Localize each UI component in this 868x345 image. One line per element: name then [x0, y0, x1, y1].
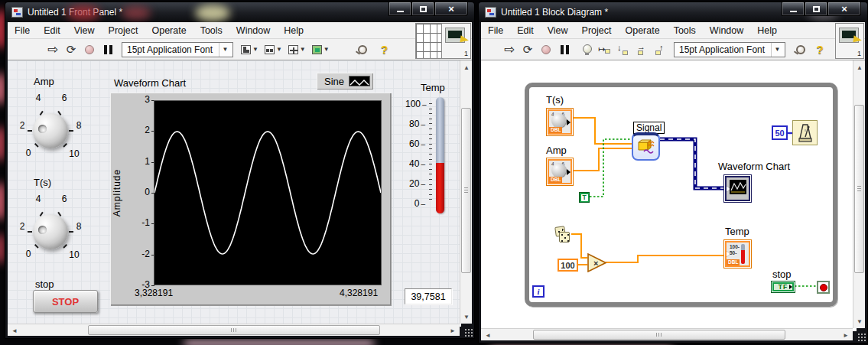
vi-icon[interactable]: 1 — [835, 23, 864, 59]
menu-project[interactable]: Project — [575, 22, 619, 39]
stop-terminal[interactable]: TF — [771, 281, 795, 293]
run-continuously-button[interactable]: ⟳ — [519, 41, 536, 58]
iteration-terminal[interactable]: i — [532, 285, 545, 298]
amp-terminal[interactable]: 4 6 DBL — [546, 158, 574, 186]
menu-project[interactable]: Project — [102, 22, 145, 39]
menu-edit[interactable]: Edit — [37, 22, 67, 39]
vi-icon[interactable]: 1 — [442, 23, 471, 59]
block-diagram-horizontal-scrollbar[interactable]: ◄ ► — [481, 328, 853, 340]
menu-tools[interactable]: Tools — [193, 22, 229, 39]
block-diagram-canvas[interactable]: T(s) 4 6 DBL Amp 4 6 DBL Signal — [481, 60, 857, 331]
minimize-icon — [790, 11, 797, 12]
step-into-button[interactable]: ↓ — [615, 41, 632, 58]
menu-view[interactable]: View — [67, 22, 102, 39]
chevron-down-icon: ▼ — [276, 46, 282, 53]
hundred-constant[interactable]: 100 — [558, 259, 578, 272]
align-objects-button[interactable]: ▼ — [238, 41, 262, 58]
pause-button[interactable] — [556, 41, 573, 58]
scroll-up-arrow[interactable]: ▲ — [854, 62, 865, 73]
signal-express-vi[interactable] — [632, 132, 660, 161]
chart-legend[interactable]: Sine — [317, 73, 373, 90]
front-panel-titlebar[interactable]: Untitled 1 Front Panel * × — [5, 2, 474, 22]
amp-terminal-body: 4 6 DBL — [548, 159, 572, 184]
front-panel-window: Untitled 1 Front Panel * × File Edit Vie… — [5, 2, 475, 339]
scroll-up-arrow[interactable]: ▲ — [461, 62, 472, 73]
block-diagram-vertical-scrollbar[interactable]: ▲ ▼ — [853, 60, 865, 328]
resize-objects-button[interactable]: ▼ — [285, 41, 309, 58]
waveform-chart[interactable]: Amplitude 3210-1-2-3 3,328191 4,328191 — [110, 93, 391, 305]
menu-view[interactable]: View — [541, 22, 575, 39]
menu-window[interactable]: Window — [703, 22, 750, 39]
resize-grip[interactable] — [857, 333, 866, 342]
distribute-objects-button[interactable]: ▼ — [262, 41, 285, 58]
ts-terminal[interactable]: 4 6 DBL — [546, 108, 574, 136]
front-panel-horizontal-scrollbar[interactable]: ◄ ► — [8, 324, 460, 336]
highlight-execution-button[interactable] — [578, 41, 595, 58]
scroll-down-arrow[interactable]: ▼ — [854, 316, 865, 327]
retain-wire-values-button[interactable]: ↦ — [597, 41, 613, 58]
wait-until-next-ms-multiple[interactable] — [792, 120, 818, 145]
mini-thermo-scale: 100- 50- — [730, 244, 740, 256]
menu-operate[interactable]: Operate — [618, 22, 666, 39]
context-help-button[interactable]: ? — [376, 41, 393, 58]
run-continuously-button[interactable]: ⟳ — [63, 41, 80, 58]
front-panel-canvas[interactable]: Amp 0246810 T(s) 0246810 Waveform Chart … — [8, 60, 461, 327]
scroll-thumb[interactable] — [88, 325, 380, 335]
font-selector[interactable]: 15pt Application Font ▼ — [122, 42, 233, 57]
search-button[interactable] — [791, 41, 808, 58]
search-icon — [355, 44, 367, 56]
pause-button[interactable] — [99, 41, 116, 58]
multiply-node[interactable]: × — [587, 253, 606, 272]
block-diagram-titlebar[interactable]: Untitled 1 Block Diagram * × — [479, 2, 867, 22]
scroll-left-arrow[interactable]: ◄ — [483, 330, 493, 340]
step-out-button[interactable]: ↑ — [652, 41, 668, 58]
abort-button[interactable] — [81, 41, 98, 58]
abort-button[interactable] — [538, 41, 554, 58]
random-number-node[interactable] — [555, 226, 572, 243]
font-selector[interactable]: 15pt Application Font ▼ — [674, 42, 785, 57]
menu-file[interactable]: File — [481, 22, 510, 39]
waveform-chart-terminal[interactable] — [723, 174, 752, 203]
minimize-button[interactable] — [782, 2, 805, 16]
menu-window[interactable]: Window — [229, 22, 277, 39]
front-panel-vertical-scrollbar[interactable]: ▲ ▼ — [460, 60, 472, 324]
temp-terminal[interactable]: 100- 50- DBL — [723, 239, 752, 269]
amp-knob[interactable] — [33, 113, 68, 148]
scroll-right-arrow[interactable]: ► — [840, 330, 851, 340]
mini-knob-icon — [551, 113, 566, 128]
connector-pane-icon[interactable] — [415, 23, 442, 59]
reorder-button[interactable]: ▼ — [309, 41, 333, 58]
scroll-left-arrow[interactable]: ◄ — [9, 325, 20, 336]
abort-icon — [541, 45, 551, 54]
run-button[interactable]: ⇨ — [44, 41, 61, 58]
minimize-button[interactable] — [388, 2, 411, 16]
resize-grip[interactable] — [464, 328, 473, 337]
scroll-thumb[interactable] — [854, 105, 864, 273]
menu-tools[interactable]: Tools — [667, 22, 703, 39]
menu-help[interactable]: Help — [750, 22, 784, 39]
scroll-thumb[interactable] — [461, 108, 471, 273]
close-button[interactable]: × — [434, 2, 468, 16]
temp-digital-display[interactable]: 39,7581 — [405, 288, 452, 304]
menu-edit[interactable]: Edit — [510, 22, 541, 39]
menu-file[interactable]: File — [8, 22, 37, 39]
scroll-thumb[interactable] — [533, 330, 785, 340]
maximize-button[interactable] — [805, 2, 827, 16]
close-button[interactable]: × — [827, 2, 861, 16]
step-over-button[interactable]: → — [633, 41, 650, 58]
temp-tube[interactable] — [436, 97, 444, 213]
ts-knob[interactable] — [33, 214, 68, 249]
stop-button[interactable]: STOP — [33, 290, 98, 313]
true-constant[interactable]: T — [579, 192, 590, 203]
menu-help[interactable]: Help — [277, 22, 310, 39]
loop-condition-terminal[interactable] — [817, 281, 830, 294]
wait-ms-constant[interactable]: 50 — [772, 125, 788, 140]
block-diagram-window: Untitled 1 Block Diagram * × File Edit V… — [478, 2, 868, 343]
context-help-button[interactable]: ? — [811, 41, 828, 58]
search-button[interactable] — [353, 41, 369, 58]
scroll-right-arrow[interactable]: ► — [447, 325, 458, 336]
menu-operate[interactable]: Operate — [145, 22, 193, 39]
maximize-button[interactable] — [411, 2, 434, 16]
scroll-down-arrow[interactable]: ▼ — [461, 311, 472, 322]
run-button[interactable]: ⇨ — [501, 41, 518, 58]
